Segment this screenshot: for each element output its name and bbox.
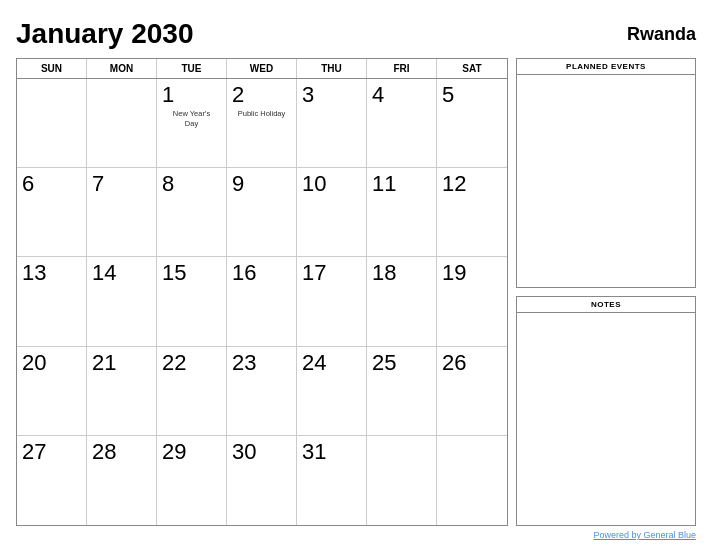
notes-title: NOTES (517, 297, 695, 313)
table-row: 2Public Holiday (227, 79, 297, 168)
day-number: 3 (302, 83, 361, 107)
table-row: 10 (297, 168, 367, 257)
day-number: 27 (22, 440, 81, 464)
cal-header-cell: TUE (157, 59, 227, 78)
day-number: 29 (162, 440, 221, 464)
day-number: 18 (372, 261, 431, 285)
day-number: 13 (22, 261, 81, 285)
day-number: 1 (162, 83, 221, 107)
table-row (17, 79, 87, 168)
table-row: 9 (227, 168, 297, 257)
table-row: 19 (437, 257, 507, 346)
table-row: 16 (227, 257, 297, 346)
day-number: 15 (162, 261, 221, 285)
table-row (437, 436, 507, 525)
day-number: 2 (232, 83, 291, 107)
holiday-label: New Year's Day (162, 109, 221, 129)
table-row: 8 (157, 168, 227, 257)
day-number: 23 (232, 351, 291, 375)
day-number: 11 (372, 172, 431, 196)
header: January 2030 Rwanda (16, 18, 696, 50)
notes-box: NOTES (516, 296, 696, 526)
day-number: 21 (92, 351, 151, 375)
table-row (87, 79, 157, 168)
main-area: SUNMONTUEWEDTHUFRISAT 1New Year's Day2Pu… (16, 58, 696, 526)
table-row: 15 (157, 257, 227, 346)
table-row: 27 (17, 436, 87, 525)
notes-content (517, 313, 695, 525)
table-row: 20 (17, 347, 87, 436)
holiday-label: Public Holiday (232, 109, 291, 119)
cal-header-cell: SAT (437, 59, 507, 78)
planned-events-content (517, 75, 695, 287)
table-row: 1New Year's Day (157, 79, 227, 168)
day-number: 30 (232, 440, 291, 464)
table-row: 4 (367, 79, 437, 168)
table-row: 31 (297, 436, 367, 525)
powered-by-link[interactable]: Powered by General Blue (593, 530, 696, 540)
day-number: 20 (22, 351, 81, 375)
day-number: 7 (92, 172, 151, 196)
table-row: 11 (367, 168, 437, 257)
table-row: 18 (367, 257, 437, 346)
day-number: 17 (302, 261, 361, 285)
cal-header-cell: MON (87, 59, 157, 78)
day-number: 25 (372, 351, 431, 375)
planned-events-title: PLANNED EVENTS (517, 59, 695, 75)
table-row: 24 (297, 347, 367, 436)
day-number: 31 (302, 440, 361, 464)
table-row: 25 (367, 347, 437, 436)
table-row: 12 (437, 168, 507, 257)
sidebar: PLANNED EVENTS NOTES (516, 58, 696, 526)
table-row: 3 (297, 79, 367, 168)
day-number: 24 (302, 351, 361, 375)
page: January 2030 Rwanda SUNMONTUEWEDTHUFRISA… (0, 0, 712, 550)
day-number: 14 (92, 261, 151, 285)
day-number: 4 (372, 83, 431, 107)
day-number: 16 (232, 261, 291, 285)
cal-header-cell: THU (297, 59, 367, 78)
table-row (367, 436, 437, 525)
table-row: 5 (437, 79, 507, 168)
table-row: 21 (87, 347, 157, 436)
day-number: 10 (302, 172, 361, 196)
table-row: 23 (227, 347, 297, 436)
day-number: 6 (22, 172, 81, 196)
footer: Powered by General Blue (16, 530, 696, 540)
table-row: 29 (157, 436, 227, 525)
day-number: 26 (442, 351, 502, 375)
planned-events-box: PLANNED EVENTS (516, 58, 696, 288)
country-label: Rwanda (627, 18, 696, 45)
table-row: 26 (437, 347, 507, 436)
day-number: 8 (162, 172, 221, 196)
cal-header-cell: WED (227, 59, 297, 78)
day-number: 19 (442, 261, 502, 285)
page-title: January 2030 (16, 18, 193, 50)
table-row: 14 (87, 257, 157, 346)
table-row: 28 (87, 436, 157, 525)
calendar-header: SUNMONTUEWEDTHUFRISAT (17, 59, 507, 79)
cal-header-cell: SUN (17, 59, 87, 78)
table-row: 30 (227, 436, 297, 525)
day-number: 28 (92, 440, 151, 464)
day-number: 12 (442, 172, 502, 196)
calendar: SUNMONTUEWEDTHUFRISAT 1New Year's Day2Pu… (16, 58, 508, 526)
table-row: 17 (297, 257, 367, 346)
table-row: 13 (17, 257, 87, 346)
day-number: 5 (442, 83, 502, 107)
day-number: 9 (232, 172, 291, 196)
table-row: 7 (87, 168, 157, 257)
table-row: 22 (157, 347, 227, 436)
calendar-body: 1New Year's Day2Public Holiday3456789101… (17, 79, 507, 525)
cal-header-cell: FRI (367, 59, 437, 78)
day-number: 22 (162, 351, 221, 375)
table-row: 6 (17, 168, 87, 257)
